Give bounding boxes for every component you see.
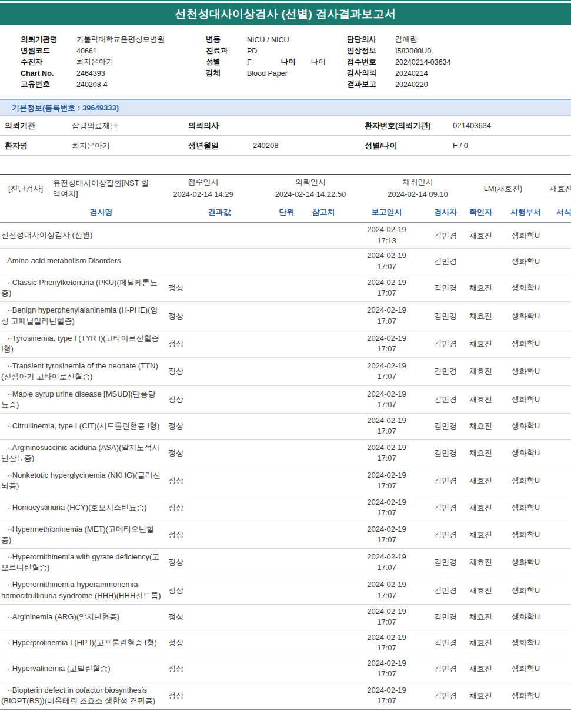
report-datetime: 2024-02-19 17:07 [344, 361, 429, 382]
col-form: 서식 [552, 207, 571, 217]
diagnostic-test-name: 유전성대사이상질환[NST 혈액여지] [53, 178, 152, 199]
header-field-row: 병원코드 40661 [21, 45, 206, 56]
department-name: 생화학U [500, 283, 552, 293]
report-page: 선천성대사이상검사 (선별) 검사결과보고서 의뢰기관명 가톨릭대학교은평성모병… [0, 0, 571, 710]
collect-datetime-label: 채취일시 [366, 176, 469, 188]
confirmer-name: 채효진 [462, 311, 500, 321]
report-datetime: 2024-02-19 17:07 [344, 685, 429, 706]
tester-name: 김민경 [429, 690, 462, 701]
col-tester: 검사자 [429, 207, 462, 217]
header-field-row: 결과보고 20240220 [347, 79, 571, 90]
test-name: ··Biopterin defect in cofactor biosynthe… [0, 682, 165, 709]
header-field-row: 임상정보 I583008U0 [347, 45, 571, 56]
department-name: 생화학U [500, 394, 552, 405]
result-row: ··Hyperornithinemia-hyperammonemia-homoc… [0, 576, 571, 604]
test-result: 정상 [165, 502, 271, 513]
test-result: 정상 [165, 638, 271, 648]
field-value: 240208-4 [76, 80, 108, 89]
report-datetime: 2024-02-19 17:07 [344, 552, 429, 573]
result-row: ··Biopterin defect in cofactor biosynthe… [0, 682, 571, 709]
test-name: ··Tyrosinemia, type I (TYR I)(고타이로신혈증 I형… [0, 330, 165, 357]
cell-value: 최지은아기 [72, 140, 188, 151]
field-label: Chart No. [21, 69, 76, 78]
tester-name: 김민경 [429, 230, 462, 241]
field-value: 김애란 [395, 35, 418, 45]
report-datetime: 2024-02-19 17:07 [344, 305, 429, 326]
report-datetime: 2024-02-19 17:13 [344, 224, 429, 246]
field-label: 의뢰기관명 [21, 35, 76, 45]
page-title: 선천성대사이상검사 (선별) 검사결과보고서 [175, 8, 396, 20]
result-row: ··Argininemia (ARG)(알지닌혈증) 정상 2024-02-19… [0, 605, 571, 630]
field-label: 성별 [206, 57, 247, 67]
test-result: 정상 [165, 529, 271, 540]
patient-header-col1: 의뢰기관명 가톨릭대학교은평성모병원 병원코드 40661 수진자 최지은아기 … [0, 34, 206, 90]
confirmer-name: 채효진 [462, 394, 500, 405]
test-name: Amino acid metabolism Disorders [0, 253, 165, 269]
section-label: [진단검사] [0, 183, 53, 194]
test-result: 정상 [165, 311, 271, 321]
cell-label: 생년월일 [188, 140, 253, 151]
tester-name: 김민경 [429, 283, 462, 293]
confirmer-name: 채효진 [462, 690, 500, 701]
confirmer-name: 채효진 [462, 585, 500, 596]
report-datetime: 2024-02-19 17:07 [344, 442, 429, 464]
department-name: 생화학U [500, 502, 552, 513]
report-datetime: 2024-02-19 17:07 [344, 389, 429, 410]
field-label: 진료과 [206, 46, 247, 56]
col-confirmer: 확인자 [462, 207, 500, 217]
result-row: ··Classic Phenylketonuria (PKU)(페닐케톤뇨증) … [0, 274, 571, 302]
confirmer-name: 채효진 [462, 421, 500, 431]
tester-name: 김민경 [429, 557, 462, 568]
field-label: 고유번호 [21, 79, 76, 89]
header-field-row: 수진자 최지은아기 [21, 56, 206, 68]
test-result: 정상 [165, 612, 271, 622]
report-datetime: 2024-02-19 17:07 [344, 579, 429, 600]
basic-info-title: 기본정보(등록번호 : 39649333) [12, 103, 119, 113]
confirmer-name: 채효진 [462, 663, 500, 674]
department-name: 생화학U [500, 612, 552, 622]
col-report-datetime: 보고일시 [344, 207, 429, 217]
basic-info-row: 환자명 최지은아기 생년월일 240208 성별/나이 F / 0 [0, 136, 571, 156]
field-value: Blood Paper [247, 69, 288, 78]
result-row: 선천성대사이상검사 (선별) 2024-02-19 17:13 김민경 채효진 … [0, 223, 571, 249]
top-divider [0, 0, 571, 1]
tester-name: 김민경 [429, 338, 462, 349]
header-field-row: 고유번호 240208-4 [21, 79, 206, 90]
header-field-row: 병동 NICU / NICU [206, 34, 347, 45]
field-label: 병동 [206, 35, 247, 45]
field-value: 40661 [76, 47, 97, 55]
report-datetime: 2024-02-19 17:07 [344, 497, 429, 518]
cell-value: 021403634 [453, 121, 571, 130]
department-name: 생화학U [500, 448, 552, 458]
collect-datetime-cell: 채취일시 2024-02-14 09:10 [366, 176, 469, 200]
field-label: 접수번호 [347, 57, 395, 67]
test-result: 정상 [165, 690, 271, 701]
department-name: 생화학U [500, 663, 552, 674]
test-name: ··Nonketotic hyperglycinemia (NKHG)(글리신뇌… [0, 467, 165, 494]
result-row: ··Nonketotic hyperglycinemia (NKHG)(글리신뇌… [0, 467, 571, 495]
patient-header-col2: 병동 NICU / NICU 진료과 PD 성별 F 나이 나이 [206, 34, 347, 90]
receive-datetime-label: 접수일시 [152, 176, 255, 188]
cell-value: F / 0 [453, 141, 571, 150]
test-result: 정상 [165, 338, 271, 349]
test-result: 정상 [165, 366, 271, 377]
test-result: 정상 [165, 557, 271, 568]
tester-name: 김민경 [429, 638, 462, 648]
confirmer-name: 채효진 [462, 338, 500, 349]
result-row: ··Hypervalinemia (고발린혈증) 정상 2024-02-19 1… [0, 656, 571, 682]
confirmer-name: 채효진 [462, 366, 500, 377]
request-datetime-label: 의뢰일시 [255, 176, 366, 188]
header-field-row: 접수번호 20240214-03634 [347, 56, 571, 68]
field-value: 가톨릭대학교은평성모병원 [76, 35, 165, 45]
tester-name: 김민경 [429, 256, 462, 267]
field-value: F [247, 58, 252, 66]
field-value: NICU / NICU [247, 36, 289, 44]
department-name: 생화학U [500, 311, 552, 321]
cell-label: 환자번호(의뢰기관) [365, 120, 453, 131]
report-datetime: 2024-02-19 17:07 [344, 632, 429, 653]
test-name: ··Hypervalinemia (고발린혈증) [0, 660, 165, 677]
report-datetime: 2024-02-19 17:07 [344, 250, 429, 271]
report-datetime: 2024-02-19 17:07 [344, 658, 429, 679]
confirmer-name: 채효진 [462, 529, 500, 540]
tester-name: 김민경 [429, 311, 462, 321]
